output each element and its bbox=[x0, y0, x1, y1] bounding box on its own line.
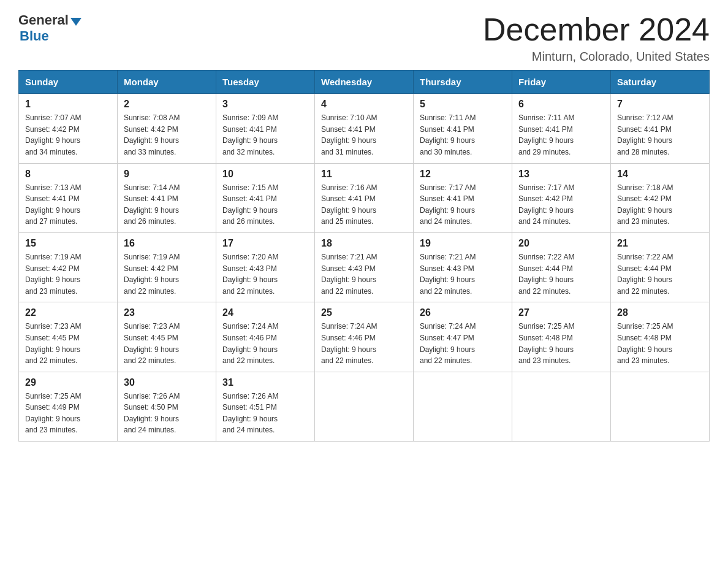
calendar-week-row: 29 Sunrise: 7:25 AMSunset: 4:49 PMDaylig… bbox=[19, 372, 710, 441]
calendar-week-row: 15 Sunrise: 7:19 AMSunset: 4:42 PMDaylig… bbox=[19, 232, 710, 302]
day-number: 21 bbox=[617, 238, 703, 249]
col-wednesday: Wednesday bbox=[315, 71, 414, 94]
day-number: 27 bbox=[518, 307, 604, 318]
day-info: Sunrise: 7:07 AMSunset: 4:42 PMDaylight:… bbox=[25, 112, 111, 158]
calendar-day-cell: 8 Sunrise: 7:13 AMSunset: 4:41 PMDayligh… bbox=[19, 163, 118, 232]
calendar-header: Sunday Monday Tuesday Wednesday Thursday… bbox=[19, 71, 710, 94]
calendar-day-cell: 18 Sunrise: 7:21 AMSunset: 4:43 PMDaylig… bbox=[315, 232, 414, 302]
day-info: Sunrise: 7:16 AMSunset: 4:41 PMDaylight:… bbox=[321, 182, 407, 228]
day-info: Sunrise: 7:17 AMSunset: 4:41 PMDaylight:… bbox=[420, 182, 506, 228]
calendar-day-cell: 21 Sunrise: 7:22 AMSunset: 4:44 PMDaylig… bbox=[611, 232, 710, 302]
calendar-week-row: 1 Sunrise: 7:07 AMSunset: 4:42 PMDayligh… bbox=[19, 94, 710, 163]
day-info: Sunrise: 7:26 AMSunset: 4:51 PMDaylight:… bbox=[222, 391, 308, 436]
calendar-day-cell: 10 Sunrise: 7:15 AMSunset: 4:41 PMDaylig… bbox=[216, 163, 315, 232]
calendar-day-cell: 13 Sunrise: 7:17 AMSunset: 4:42 PMDaylig… bbox=[512, 163, 611, 232]
day-info: Sunrise: 7:17 AMSunset: 4:42 PMDaylight:… bbox=[518, 182, 604, 228]
month-year-title: December 2024 bbox=[483, 12, 710, 47]
col-thursday: Thursday bbox=[414, 71, 512, 94]
day-info: Sunrise: 7:18 AMSunset: 4:42 PMDaylight:… bbox=[617, 182, 703, 228]
day-number: 4 bbox=[321, 99, 407, 110]
day-number: 20 bbox=[518, 238, 604, 249]
day-info: Sunrise: 7:24 AMSunset: 4:46 PMDaylight:… bbox=[222, 321, 308, 366]
day-number: 10 bbox=[222, 169, 308, 180]
day-info: Sunrise: 7:22 AMSunset: 4:44 PMDaylight:… bbox=[617, 251, 703, 297]
day-number: 22 bbox=[25, 307, 111, 318]
calendar-day-cell: 11 Sunrise: 7:16 AMSunset: 4:41 PMDaylig… bbox=[315, 163, 414, 232]
calendar-day-cell: 9 Sunrise: 7:14 AMSunset: 4:41 PMDayligh… bbox=[118, 163, 216, 232]
day-number: 5 bbox=[420, 99, 506, 110]
calendar-day-cell: 29 Sunrise: 7:25 AMSunset: 4:49 PMDaylig… bbox=[19, 372, 118, 441]
calendar-day-cell: 1 Sunrise: 7:07 AMSunset: 4:42 PMDayligh… bbox=[19, 94, 118, 163]
calendar-day-cell: 27 Sunrise: 7:25 AMSunset: 4:48 PMDaylig… bbox=[512, 302, 611, 372]
page-header: General Blue December 2024 Minturn, Colo… bbox=[18, 12, 710, 64]
day-number: 14 bbox=[617, 169, 703, 180]
day-number: 29 bbox=[25, 377, 111, 388]
day-info: Sunrise: 7:25 AMSunset: 4:49 PMDaylight:… bbox=[25, 391, 111, 436]
day-info: Sunrise: 7:23 AMSunset: 4:45 PMDaylight:… bbox=[124, 321, 210, 366]
day-number: 17 bbox=[222, 238, 308, 249]
day-number: 16 bbox=[124, 238, 210, 249]
day-number: 25 bbox=[321, 307, 407, 318]
calendar-day-cell: 16 Sunrise: 7:19 AMSunset: 4:42 PMDaylig… bbox=[118, 232, 216, 302]
calendar-title-block: December 2024 Minturn, Colorado, United … bbox=[483, 12, 710, 64]
calendar-day-cell: 2 Sunrise: 7:08 AMSunset: 4:42 PMDayligh… bbox=[118, 94, 216, 163]
day-number: 19 bbox=[420, 238, 506, 249]
day-number: 2 bbox=[124, 99, 210, 110]
calendar-day-cell: 25 Sunrise: 7:24 AMSunset: 4:46 PMDaylig… bbox=[315, 302, 414, 372]
day-number: 11 bbox=[321, 169, 407, 180]
calendar-day-cell: 23 Sunrise: 7:23 AMSunset: 4:45 PMDaylig… bbox=[118, 302, 216, 372]
calendar-day-cell: 19 Sunrise: 7:21 AMSunset: 4:43 PMDaylig… bbox=[414, 232, 512, 302]
day-number: 15 bbox=[25, 238, 111, 249]
calendar-week-row: 8 Sunrise: 7:13 AMSunset: 4:41 PMDayligh… bbox=[19, 163, 710, 232]
logo-general-text: General bbox=[18, 12, 69, 28]
day-number: 23 bbox=[124, 307, 210, 318]
calendar-day-cell bbox=[414, 372, 512, 441]
calendar-day-cell: 3 Sunrise: 7:09 AMSunset: 4:41 PMDayligh… bbox=[216, 94, 315, 163]
day-info: Sunrise: 7:19 AMSunset: 4:42 PMDaylight:… bbox=[124, 251, 210, 297]
day-number: 31 bbox=[222, 377, 308, 388]
day-info: Sunrise: 7:09 AMSunset: 4:41 PMDaylight:… bbox=[222, 112, 308, 158]
calendar-day-cell: 22 Sunrise: 7:23 AMSunset: 4:45 PMDaylig… bbox=[19, 302, 118, 372]
day-number: 7 bbox=[617, 99, 703, 110]
day-info: Sunrise: 7:25 AMSunset: 4:48 PMDaylight:… bbox=[617, 321, 703, 366]
calendar-day-cell: 24 Sunrise: 7:24 AMSunset: 4:46 PMDaylig… bbox=[216, 302, 315, 372]
calendar-day-cell: 4 Sunrise: 7:10 AMSunset: 4:41 PMDayligh… bbox=[315, 94, 414, 163]
day-number: 30 bbox=[124, 377, 210, 388]
day-number: 26 bbox=[420, 307, 506, 318]
calendar-week-row: 22 Sunrise: 7:23 AMSunset: 4:45 PMDaylig… bbox=[19, 302, 710, 372]
day-number: 3 bbox=[222, 99, 308, 110]
calendar-day-cell: 15 Sunrise: 7:19 AMSunset: 4:42 PMDaylig… bbox=[19, 232, 118, 302]
calendar-day-cell: 30 Sunrise: 7:26 AMSunset: 4:50 PMDaylig… bbox=[118, 372, 216, 441]
calendar-day-cell: 31 Sunrise: 7:26 AMSunset: 4:51 PMDaylig… bbox=[216, 372, 315, 441]
day-info: Sunrise: 7:21 AMSunset: 4:43 PMDaylight:… bbox=[321, 251, 407, 297]
day-info: Sunrise: 7:13 AMSunset: 4:41 PMDaylight:… bbox=[25, 182, 111, 228]
col-sunday: Sunday bbox=[19, 71, 118, 94]
day-number: 28 bbox=[617, 307, 703, 318]
day-info: Sunrise: 7:14 AMSunset: 4:41 PMDaylight:… bbox=[124, 182, 210, 228]
calendar-day-cell: 5 Sunrise: 7:11 AMSunset: 4:41 PMDayligh… bbox=[414, 94, 512, 163]
day-info: Sunrise: 7:11 AMSunset: 4:41 PMDaylight:… bbox=[518, 112, 604, 158]
calendar-day-cell: 12 Sunrise: 7:17 AMSunset: 4:41 PMDaylig… bbox=[414, 163, 512, 232]
calendar-day-cell bbox=[512, 372, 611, 441]
day-info: Sunrise: 7:21 AMSunset: 4:43 PMDaylight:… bbox=[420, 251, 506, 297]
calendar-day-cell: 7 Sunrise: 7:12 AMSunset: 4:41 PMDayligh… bbox=[611, 94, 710, 163]
day-info: Sunrise: 7:24 AMSunset: 4:46 PMDaylight:… bbox=[321, 321, 407, 366]
calendar-body: 1 Sunrise: 7:07 AMSunset: 4:42 PMDayligh… bbox=[19, 94, 710, 442]
day-number: 12 bbox=[420, 169, 506, 180]
day-info: Sunrise: 7:15 AMSunset: 4:41 PMDaylight:… bbox=[222, 182, 308, 228]
calendar-day-cell bbox=[315, 372, 414, 441]
logo-blue-text: Blue bbox=[20, 28, 49, 44]
logo-triangle-icon bbox=[70, 18, 82, 26]
calendar-day-cell: 28 Sunrise: 7:25 AMSunset: 4:48 PMDaylig… bbox=[611, 302, 710, 372]
day-number: 24 bbox=[222, 307, 308, 318]
day-info: Sunrise: 7:11 AMSunset: 4:41 PMDaylight:… bbox=[420, 112, 506, 158]
calendar-day-cell: 14 Sunrise: 7:18 AMSunset: 4:42 PMDaylig… bbox=[611, 163, 710, 232]
day-info: Sunrise: 7:10 AMSunset: 4:41 PMDaylight:… bbox=[321, 112, 407, 158]
day-info: Sunrise: 7:23 AMSunset: 4:45 PMDaylight:… bbox=[25, 321, 111, 366]
day-info: Sunrise: 7:26 AMSunset: 4:50 PMDaylight:… bbox=[124, 391, 210, 436]
day-info: Sunrise: 7:22 AMSunset: 4:44 PMDaylight:… bbox=[518, 251, 604, 297]
day-number: 18 bbox=[321, 238, 407, 249]
location-subtitle: Minturn, Colorado, United States bbox=[483, 50, 710, 64]
calendar-day-cell: 6 Sunrise: 7:11 AMSunset: 4:41 PMDayligh… bbox=[512, 94, 611, 163]
logo: General Blue bbox=[18, 12, 82, 44]
